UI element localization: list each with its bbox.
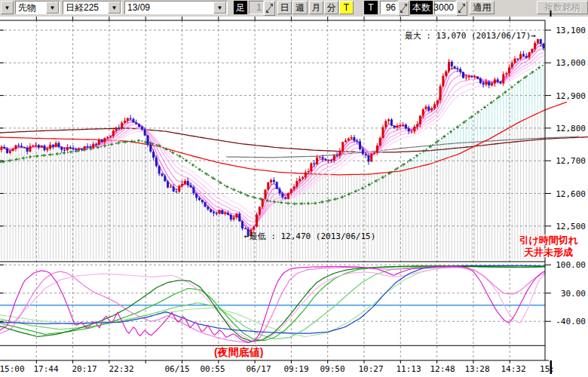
time-axis-label: 15:00 bbox=[0, 364, 25, 374]
chart-application: ▼ 先物 ▼ 日経225 ▼ 13/09 ▼ 足 1 日 週 月 分 T T 9… bbox=[0, 0, 588, 377]
note-no-ceiling: 天井未形成 bbox=[524, 246, 573, 259]
time-axis-label: 10:27 bbox=[358, 364, 383, 374]
price-axis-label: 12,900 bbox=[556, 91, 586, 101]
time-axis-label: 12:48 bbox=[430, 364, 455, 374]
time-axis-label: 14:32 bbox=[501, 364, 525, 374]
time-axis-label: 06/15 bbox=[164, 364, 189, 374]
time-axis-label: 15: bbox=[540, 364, 555, 374]
min-price-annotation: ←最低 : 12,470 (2013/06/15) bbox=[244, 231, 375, 241]
oscillator-axis-label: -40.00 bbox=[556, 317, 586, 326]
time-axis-label: 13:28 bbox=[464, 364, 489, 374]
time-axis-label: 00:55 bbox=[200, 364, 225, 374]
time-axis-label: 06/17 bbox=[246, 364, 271, 374]
oscillator-axis-label: 100.00 bbox=[556, 260, 586, 270]
price-axis-label: 12,500 bbox=[556, 222, 586, 231]
price-axis-label: 12,800 bbox=[556, 124, 586, 133]
time-axis-label: 22:32 bbox=[109, 364, 133, 374]
time-axis-label: 09:50 bbox=[320, 364, 345, 374]
time-axis-label: 17:44 bbox=[33, 364, 58, 374]
price-chart-canvas[interactable]: 13,10013,00012,90012,80012,70012,60012,5… bbox=[0, 0, 588, 377]
price-axis-label: 13,100 bbox=[556, 26, 586, 35]
price-axis-label: 12,600 bbox=[556, 189, 586, 199]
note-night-bottom: (夜間底値) bbox=[214, 346, 263, 360]
max-price-annotation: 最大 : 13,070 (2013/06/17)→ bbox=[405, 31, 537, 41]
time-axis-label: 11:13 bbox=[396, 364, 421, 374]
time-axis-label: 09:19 bbox=[283, 364, 308, 374]
price-axis-label: 13,000 bbox=[556, 58, 586, 68]
time-axis-label: 20:17 bbox=[72, 364, 96, 374]
price-axis-label: 12,700 bbox=[556, 156, 586, 166]
oscillator-axis-label: 30.00 bbox=[561, 289, 586, 299]
